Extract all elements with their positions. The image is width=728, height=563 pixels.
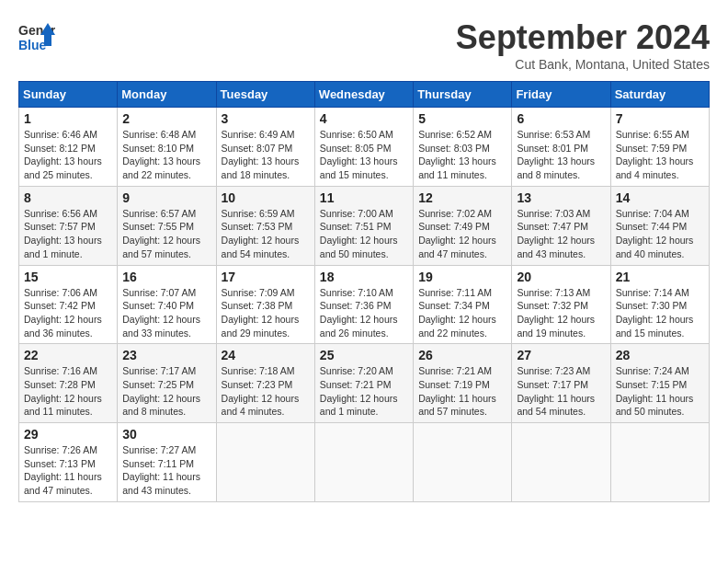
day-info: Sunrise: 7:24 AM Sunset: 7:15 PM Dayligh… [616,364,704,419]
calendar-cell: 1 Sunrise: 6:46 AM Sunset: 8:12 PM Dayli… [19,108,118,187]
day-number: 6 [517,111,605,126]
day-info: Sunrise: 7:17 AM Sunset: 7:25 PM Dayligh… [122,364,210,419]
day-number: 2 [122,111,210,126]
day-info: Sunrise: 6:55 AM Sunset: 7:59 PM Dayligh… [616,128,704,182]
day-info: Sunrise: 7:27 AM Sunset: 7:11 PM Dayligh… [122,443,210,498]
day-info: Sunrise: 6:53 AM Sunset: 8:01 PM Dayligh… [517,128,605,182]
month-title: September 2024 [456,18,710,57]
svg-text:Blue: Blue [18,38,47,52]
calendar-week-row: 29 Sunrise: 7:26 AM Sunset: 7:13 PM Dayl… [19,423,710,502]
day-number: 5 [418,111,506,126]
day-info: Sunrise: 6:56 AM Sunset: 7:57 PM Dayligh… [24,207,112,261]
day-number: 17 [222,270,310,284]
day-info: Sunrise: 7:23 AM Sunset: 7:17 PM Dayligh… [517,364,605,419]
calendar-cell [512,423,610,502]
day-number: 3 [222,111,310,126]
day-info: Sunrise: 7:03 AM Sunset: 7:47 PM Dayligh… [517,207,605,261]
day-info: Sunrise: 7:26 AM Sunset: 7:13 PM Dayligh… [24,443,112,498]
calendar-cell: 29 Sunrise: 7:26 AM Sunset: 7:13 PM Dayl… [19,423,118,502]
day-info: Sunrise: 7:11 AM Sunset: 7:34 PM Dayligh… [418,286,506,340]
calendar-cell: 2 Sunrise: 6:48 AM Sunset: 8:10 PM Dayli… [118,108,216,187]
day-number: 30 [122,427,210,442]
calendar-week-row: 15 Sunrise: 7:06 AM Sunset: 7:42 PM Dayl… [19,265,710,344]
calendar-cell [610,423,709,502]
col-tuesday: Tuesday [216,82,314,108]
calendar-cell: 23 Sunrise: 7:17 AM Sunset: 7:25 PM Dayl… [118,344,216,423]
day-info: Sunrise: 6:57 AM Sunset: 7:55 PM Dayligh… [122,207,210,261]
day-number: 20 [517,270,605,284]
day-number: 13 [517,190,605,205]
calendar-cell: 9 Sunrise: 6:57 AM Sunset: 7:55 PM Dayli… [118,186,216,265]
calendar-cell: 28 Sunrise: 7:24 AM Sunset: 7:15 PM Dayl… [610,344,709,423]
day-number: 18 [320,270,408,284]
calendar-cell: 22 Sunrise: 7:16 AM Sunset: 7:28 PM Dayl… [19,344,118,423]
logo: General Blue [18,18,55,55]
day-info: Sunrise: 7:06 AM Sunset: 7:42 PM Dayligh… [24,286,112,340]
col-sunday: Sunday [19,82,118,108]
day-number: 10 [222,190,310,205]
day-info: Sunrise: 7:07 AM Sunset: 7:40 PM Dayligh… [122,286,210,340]
calendar-cell: 5 Sunrise: 6:52 AM Sunset: 8:03 PM Dayli… [414,108,512,187]
day-info: Sunrise: 7:13 AM Sunset: 7:32 PM Dayligh… [517,286,605,340]
location: Cut Bank, Montana, United States [456,57,710,72]
calendar-cell: 12 Sunrise: 7:02 AM Sunset: 7:49 PM Dayl… [414,186,512,265]
calendar-cell: 10 Sunrise: 6:59 AM Sunset: 7:53 PM Dayl… [216,186,314,265]
calendar-cell: 13 Sunrise: 7:03 AM Sunset: 7:47 PM Dayl… [512,186,610,265]
col-friday: Friday [512,82,610,108]
calendar-week-row: 1 Sunrise: 6:46 AM Sunset: 8:12 PM Dayli… [19,108,710,187]
day-info: Sunrise: 7:00 AM Sunset: 7:51 PM Dayligh… [320,207,408,261]
calendar-cell: 18 Sunrise: 7:10 AM Sunset: 7:36 PM Dayl… [314,265,413,344]
calendar-cell: 20 Sunrise: 7:13 AM Sunset: 7:32 PM Dayl… [512,265,610,344]
day-number: 16 [122,270,210,284]
calendar-cell [216,423,314,502]
calendar-table: Sunday Monday Tuesday Wednesday Thursday… [18,81,710,502]
day-info: Sunrise: 7:04 AM Sunset: 7:44 PM Dayligh… [616,207,704,261]
calendar-cell: 19 Sunrise: 7:11 AM Sunset: 7:34 PM Dayl… [414,265,512,344]
day-number: 27 [517,348,605,362]
calendar-cell: 21 Sunrise: 7:14 AM Sunset: 7:30 PM Dayl… [610,265,709,344]
day-number: 21 [616,270,704,284]
logo-icon: General Blue [18,18,55,55]
calendar-cell: 17 Sunrise: 7:09 AM Sunset: 7:38 PM Dayl… [216,265,314,344]
day-number: 12 [418,190,506,205]
calendar-cell [414,423,512,502]
calendar-cell: 25 Sunrise: 7:20 AM Sunset: 7:21 PM Dayl… [314,344,413,423]
calendar-cell: 26 Sunrise: 7:21 AM Sunset: 7:19 PM Dayl… [414,344,512,423]
calendar-cell: 6 Sunrise: 6:53 AM Sunset: 8:01 PM Dayli… [512,108,610,187]
day-info: Sunrise: 7:02 AM Sunset: 7:49 PM Dayligh… [418,207,506,261]
calendar-cell: 15 Sunrise: 7:06 AM Sunset: 7:42 PM Dayl… [19,265,118,344]
day-info: Sunrise: 7:14 AM Sunset: 7:30 PM Dayligh… [616,286,704,340]
day-info: Sunrise: 6:49 AM Sunset: 8:07 PM Dayligh… [222,128,310,182]
day-info: Sunrise: 7:09 AM Sunset: 7:38 PM Dayligh… [222,286,310,340]
day-number: 28 [616,348,704,362]
page-header: General Blue September 2024 Cut Bank, Mo… [18,18,710,72]
day-info: Sunrise: 7:10 AM Sunset: 7:36 PM Dayligh… [320,286,408,340]
day-number: 8 [24,190,112,205]
day-number: 11 [320,190,408,205]
day-number: 19 [418,270,506,284]
calendar-cell: 27 Sunrise: 7:23 AM Sunset: 7:17 PM Dayl… [512,344,610,423]
day-number: 25 [320,348,408,362]
col-saturday: Saturday [610,82,709,108]
calendar-cell [314,423,413,502]
day-number: 4 [320,111,408,126]
day-number: 15 [24,270,112,284]
day-number: 9 [122,190,210,205]
day-info: Sunrise: 7:18 AM Sunset: 7:23 PM Dayligh… [222,364,310,419]
day-number: 29 [24,427,112,442]
day-number: 14 [616,190,704,205]
calendar-cell: 3 Sunrise: 6:49 AM Sunset: 8:07 PM Dayli… [216,108,314,187]
day-number: 1 [24,111,112,126]
calendar-cell: 11 Sunrise: 7:00 AM Sunset: 7:51 PM Dayl… [314,186,413,265]
calendar-cell: 8 Sunrise: 6:56 AM Sunset: 7:57 PM Dayli… [19,186,118,265]
day-info: Sunrise: 7:21 AM Sunset: 7:19 PM Dayligh… [418,364,506,419]
day-info: Sunrise: 6:48 AM Sunset: 8:10 PM Dayligh… [122,128,210,182]
day-number: 7 [616,111,704,126]
day-info: Sunrise: 6:59 AM Sunset: 7:53 PM Dayligh… [222,207,310,261]
day-number: 22 [24,348,112,362]
calendar-cell: 14 Sunrise: 7:04 AM Sunset: 7:44 PM Dayl… [610,186,709,265]
col-thursday: Thursday [414,82,512,108]
day-info: Sunrise: 7:20 AM Sunset: 7:21 PM Dayligh… [320,364,408,419]
day-info: Sunrise: 6:52 AM Sunset: 8:03 PM Dayligh… [418,128,506,182]
day-number: 23 [122,348,210,362]
